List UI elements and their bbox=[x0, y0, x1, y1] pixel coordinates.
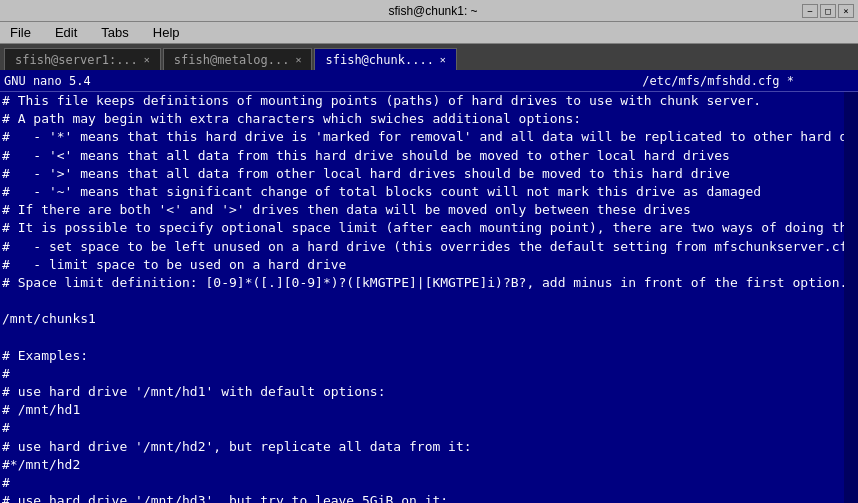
tab-1[interactable]: sfish@metalog... ✕ bbox=[163, 48, 313, 70]
window-controls[interactable]: − □ × bbox=[802, 4, 854, 18]
file-line-22: # use hard drive '/mnt/hd3', but try to … bbox=[2, 492, 856, 503]
tab-close-2[interactable]: ✕ bbox=[440, 54, 446, 65]
file-line-6: # If there are both '<' and '>' drives t… bbox=[2, 201, 856, 219]
tab-close-1[interactable]: ✕ bbox=[295, 54, 301, 65]
file-line-19: # use hard drive '/mnt/hd2', but replica… bbox=[2, 438, 856, 456]
menu-tabs[interactable]: Tabs bbox=[95, 23, 134, 42]
file-content[interactable]: # This file keeps definitions of mountin… bbox=[0, 92, 858, 503]
file-line-1: # A path may begin with extra characters… bbox=[2, 110, 856, 128]
tab-0[interactable]: sfish@server1:... ✕ bbox=[4, 48, 161, 70]
menu-bar: File Edit Tabs Help bbox=[0, 22, 858, 44]
file-line-10: # Space limit definition: [0-9]*([.][0-9… bbox=[2, 274, 856, 292]
file-line-3: # - '<' means that all data from this ha… bbox=[2, 147, 856, 165]
file-line-14: # Examples: bbox=[2, 347, 856, 365]
file-line-11 bbox=[2, 292, 856, 310]
file-line-0: # This file keeps definitions of mountin… bbox=[2, 92, 856, 110]
file-line-8: # - set space to be left unused on a har… bbox=[2, 238, 856, 256]
file-path: /etc/mfs/mfshdd.cfg * bbox=[642, 74, 794, 88]
title-bar: sfish@chunk1: ~ − □ × bbox=[0, 0, 858, 22]
tab-bar: sfish@server1:... ✕ sfish@metalog... ✕ s… bbox=[0, 44, 858, 70]
file-line-18: # bbox=[2, 419, 856, 437]
tab-close-0[interactable]: ✕ bbox=[144, 54, 150, 65]
status-bar: GNU nano 5.4 /etc/mfs/mfshdd.cfg * bbox=[0, 70, 858, 92]
minimize-button[interactable]: − bbox=[802, 4, 818, 18]
file-line-20: #*/mnt/hd2 bbox=[2, 456, 856, 474]
file-line-7: # It is possible to specify optional spa… bbox=[2, 219, 856, 237]
tab-label-0: sfish@server1:... bbox=[15, 53, 138, 67]
menu-file[interactable]: File bbox=[4, 23, 37, 42]
file-line-12: /mnt/chunks1 bbox=[2, 310, 856, 328]
file-line-21: # bbox=[2, 474, 856, 492]
menu-edit[interactable]: Edit bbox=[49, 23, 83, 42]
tab-label-2: sfish@chunk.... bbox=[325, 53, 433, 67]
maximize-button[interactable]: □ bbox=[820, 4, 836, 18]
file-line-16: # use hard drive '/mnt/hd1' with default… bbox=[2, 383, 856, 401]
tab-label-1: sfish@metalog... bbox=[174, 53, 290, 67]
file-line-4: # - '>' means that all data from other l… bbox=[2, 165, 856, 183]
file-line-2: # - '*' means that this hard drive is 'm… bbox=[2, 128, 856, 146]
file-line-5: # - '~' means that significant change of… bbox=[2, 183, 856, 201]
close-button[interactable]: × bbox=[838, 4, 854, 18]
window-title: sfish@chunk1: ~ bbox=[64, 4, 802, 18]
scrollbar[interactable] bbox=[844, 92, 858, 503]
tab-2[interactable]: sfish@chunk.... ✕ bbox=[314, 48, 456, 70]
nano-version: GNU nano 5.4 bbox=[4, 74, 91, 88]
file-line-9: # - limit space to be used on a hard dri… bbox=[2, 256, 856, 274]
file-line-13 bbox=[2, 328, 856, 346]
menu-help[interactable]: Help bbox=[147, 23, 186, 42]
file-line-17: # /mnt/hd1 bbox=[2, 401, 856, 419]
file-line-15: # bbox=[2, 365, 856, 383]
